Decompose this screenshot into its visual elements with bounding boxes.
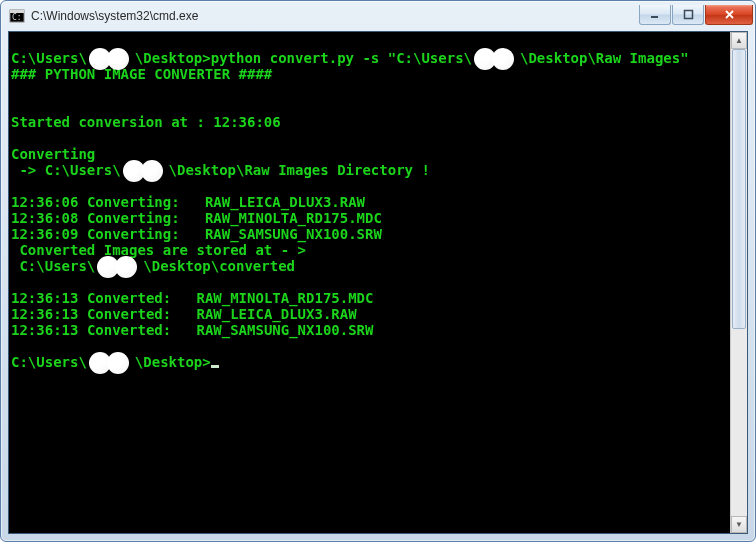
convert-line: 12:36:08 Converting: RAW_MINOLTA_RD175.M… xyxy=(11,210,382,226)
svg-rect-3 xyxy=(651,16,658,18)
close-button[interactable] xyxy=(705,5,753,25)
converted-line: 12:36:13 Converted: RAW_SAMSUNG_NX100.SR… xyxy=(11,322,373,338)
convert-line: 12:36:09 Converting: RAW_SAMSUNG_NX100.S… xyxy=(11,226,382,242)
converting-header: Converting xyxy=(11,146,95,162)
command-text: python convert.py -s "C:\Users\ xyxy=(211,50,472,66)
converted-line: 12:36:13 Converted: RAW_LEICA_DLUX3.RAW xyxy=(11,306,357,322)
scrollbar[interactable]: ▲ ▼ xyxy=(730,32,747,533)
prompt-prefix: C:\Users\ xyxy=(11,50,87,66)
cursor xyxy=(211,365,219,368)
redacted-username xyxy=(121,164,169,178)
svg-rect-4 xyxy=(684,11,692,19)
window-controls xyxy=(639,5,753,25)
cmd-window: C: C:\Windows\system32\cmd.exe C:\Users\… xyxy=(0,0,756,542)
titlebar[interactable]: C: C:\Windows\system32\cmd.exe xyxy=(1,1,755,31)
svg-text:C:: C: xyxy=(12,13,22,22)
terminal-area[interactable]: C:\Users\\Desktop>python convert.py -s "… xyxy=(8,31,748,534)
scroll-up-button[interactable]: ▲ xyxy=(731,32,747,49)
terminal-output: C:\Users\\Desktop>python convert.py -s "… xyxy=(9,32,747,370)
prompt-line: C:\Users\\Desktop>python convert.py -s "… xyxy=(11,50,689,66)
banner-line: ### PYTHON IMAGE CONVERTER #### xyxy=(11,66,272,82)
convert-line: 12:36:06 Converting: RAW_LEICA_DLUX3.RAW xyxy=(11,194,365,210)
minimize-button[interactable] xyxy=(639,5,671,25)
scroll-down-button[interactable]: ▼ xyxy=(731,516,747,533)
scroll-track[interactable] xyxy=(731,49,747,516)
converting-path: -> C:\Users\\Desktop\Raw Images Director… xyxy=(11,162,430,178)
started-line: Started conversion at : 12:36:06 xyxy=(11,114,281,130)
prompt-suffix: \Desktop> xyxy=(135,50,211,66)
window-title: C:\Windows\system32\cmd.exe xyxy=(31,9,639,23)
command-tail: \Desktop\Raw Images" xyxy=(520,50,689,66)
redacted-username xyxy=(87,356,135,370)
redacted-username xyxy=(95,260,143,274)
redacted-username xyxy=(472,52,520,66)
maximize-button[interactable] xyxy=(672,5,704,25)
cmd-icon: C: xyxy=(9,8,25,24)
converted-line: 12:36:13 Converted: RAW_MINOLTA_RD175.MD… xyxy=(11,290,373,306)
stored-path: C:\Users\\Desktop\converted xyxy=(11,258,295,274)
scroll-thumb[interactable] xyxy=(732,49,746,329)
stored-label: Converted Images are stored at - > xyxy=(11,242,306,258)
redacted-username xyxy=(87,52,135,66)
final-prompt: C:\Users\\Desktop> xyxy=(11,354,219,370)
